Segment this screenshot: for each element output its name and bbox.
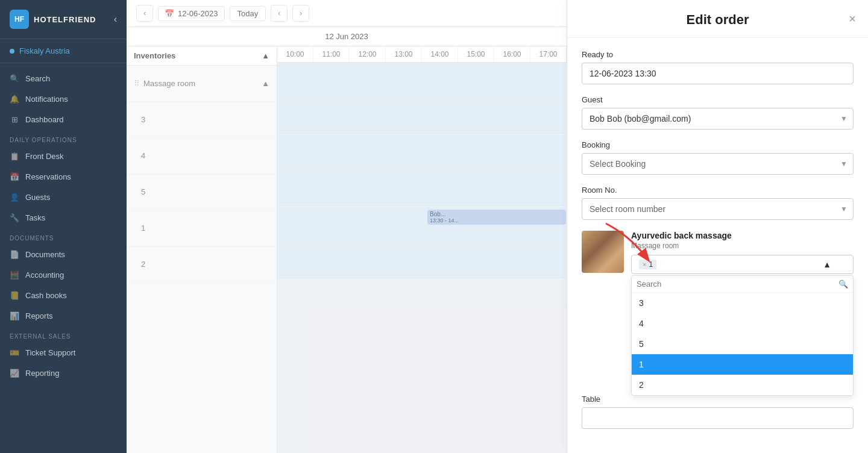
product-info: Ayurvedic back massage Massage room × 1 … <box>631 231 854 274</box>
cal-grid-row-2 <box>277 243 567 280</box>
sidebar-item-reports[interactable]: 📊Reports <box>0 305 127 326</box>
cal-event-bob[interactable]: Bob... 13:30 - 14... <box>427 210 566 225</box>
time-slot-13:00: 13:00 <box>386 46 422 62</box>
reservations-icon: 📅 <box>10 172 19 181</box>
inventories-expand-icon[interactable]: ▲ <box>262 51 269 60</box>
guest-select[interactable]: Bob Bob (bob@gmail.com) <box>582 108 854 130</box>
qty-select-wrapper: × 1 ▲ 🔍 34512 <box>631 255 854 274</box>
sidebar-item-notifications[interactable]: 🔔Notifications <box>0 89 127 109</box>
guest-select-wrapper: Bob Bob (bob@gmail.com) ▼ <box>582 108 854 130</box>
table-group: Table <box>582 395 854 429</box>
cal-grid-row-5 <box>277 171 567 207</box>
qty-dropdown: 🔍 34512 <box>631 275 854 396</box>
room-no-group: Room No. Select room number ▼ <box>582 186 854 220</box>
cal-prev-btn[interactable]: ‹ <box>136 5 153 22</box>
reporting-icon: 📈 <box>10 368 19 378</box>
sidebar: HF HOTELFRIEND ‹ Fiskaly Austria 🔍Search… <box>0 0 127 453</box>
table-input[interactable] <box>582 407 854 429</box>
cal-cell <box>277 171 567 207</box>
booking-label: Booking <box>582 140 854 149</box>
sidebar-item-tasks[interactable]: 🔧Tasks <box>0 207 127 228</box>
event-name: Bob... <box>430 211 564 217</box>
cal-next-btn[interactable]: › <box>292 5 309 22</box>
sidebar-item-cash-books[interactable]: 📒Cash books <box>0 285 127 305</box>
dropdown-option-2[interactable]: 2 <box>632 375 853 395</box>
cal-next-prev-btn[interactable]: ‹ <box>271 5 288 22</box>
ready-to-label: Ready to <box>582 50 854 59</box>
qty-display[interactable]: × 1 ▲ <box>631 255 854 274</box>
booking-select-wrapper: Select Booking ▼ <box>582 153 854 175</box>
dropdown-option-4[interactable]: 4 <box>632 313 853 334</box>
cal-inventories-header: Inventories ▲ <box>127 46 277 66</box>
time-slot-10:00: 10:00 <box>277 46 313 62</box>
cal-grid-row-4 <box>277 135 567 171</box>
time-slot-15:00: 15:00 <box>458 46 494 62</box>
property-selector[interactable]: Fiskaly Austria <box>0 39 127 63</box>
sidebar-item-label-tasks: Tasks <box>25 213 45 222</box>
nav-section-section_ext: EXTERNAL SALES <box>0 326 127 342</box>
cal-grid-row-massage <box>277 63 567 99</box>
sidebar-item-dashboard[interactable]: ⊞Dashboard <box>0 109 127 130</box>
ticket-support-icon: 🎫 <box>10 348 19 357</box>
dropdown-option-1[interactable]: 1 <box>632 354 853 375</box>
search-icon: 🔍 <box>10 73 19 83</box>
booking-select[interactable]: Select Booking <box>582 153 854 175</box>
sidebar-item-label-front-desk: Front Desk <box>25 152 64 161</box>
sidebar-nav: 🔍Search🔔Notifications⊞DashboardDAILY OPE… <box>0 63 127 453</box>
sidebar-item-search[interactable]: 🔍Search <box>0 68 127 89</box>
time-slot-16:00: 16:00 <box>494 46 530 62</box>
tasks-icon: 🔧 <box>10 213 19 222</box>
dropdown-option-5[interactable]: 5 <box>632 334 853 354</box>
sidebar-item-guests[interactable]: 👤Guests <box>0 187 127 207</box>
sidebar-item-label-reporting: Reporting <box>25 369 59 378</box>
cal-row-5: 5 <box>127 174 277 210</box>
close-button[interactable]: × <box>849 12 856 26</box>
dropdown-option-3[interactable]: 3 <box>632 293 853 313</box>
qty-chevron-icon: ▲ <box>823 260 831 269</box>
ready-to-input[interactable] <box>582 63 854 84</box>
room-no-select[interactable]: Select room number <box>582 198 854 220</box>
massage-room-expand-icon[interactable]: ▲ <box>262 79 269 88</box>
product-location: Massage room <box>631 242 854 250</box>
sidebar-item-label-dashboard: Dashboard <box>25 115 64 124</box>
sidebar-item-ticket-support[interactable]: 🎫Ticket Support <box>0 342 127 363</box>
sidebar-item-label-search: Search <box>25 74 50 83</box>
calendar-header-date: 12 Jun 2023 <box>127 27 567 46</box>
sidebar-item-label-reservations: Reservations <box>25 172 71 181</box>
sidebar-logo: HF HOTELFRIEND ‹ <box>0 0 127 39</box>
qty-remove-icon[interactable]: × <box>643 261 646 268</box>
property-dot <box>10 49 14 54</box>
front-desk-icon: 📋 <box>10 151 19 161</box>
cal-grid-row-3 <box>277 99 567 135</box>
logo-text: HOTELFRIEND <box>34 15 96 24</box>
time-slot-11:00: 11:00 <box>313 46 350 62</box>
cal-cell <box>277 243 567 279</box>
guest-group: Guest Bob Bob (bob@gmail.com) ▼ <box>582 95 854 130</box>
dashboard-icon: ⊞ <box>10 114 19 124</box>
sidebar-item-accounting[interactable]: 🧮Accounting <box>0 264 127 285</box>
edit-order-title: Edit order <box>687 12 749 28</box>
sidebar-item-documents[interactable]: 📄Documents <box>0 244 127 264</box>
dropdown-search-input[interactable] <box>637 280 838 289</box>
property-name: Fiskaly Austria <box>19 46 70 55</box>
sidebar-item-reservations[interactable]: 📅Reservations <box>0 166 127 187</box>
sidebar-item-front-desk[interactable]: 📋Front Desk <box>0 146 127 166</box>
sidebar-item-label-documents: Documents <box>25 250 65 259</box>
nav-section-section_docs: DOCUMENTS <box>0 228 127 244</box>
time-slot-17:00: 17:00 <box>530 46 567 62</box>
guests-icon: 👤 <box>10 192 19 202</box>
table-label: Table <box>582 395 854 404</box>
cal-date-display: 12-06-2023 <box>178 9 218 18</box>
cal-today-btn[interactable]: Today <box>230 6 266 21</box>
time-slot-12:00: 12:00 <box>350 46 386 62</box>
dropdown-search-icon: 🔍 <box>838 280 848 289</box>
notifications-icon: 🔔 <box>10 94 19 104</box>
sidebar-item-label-accounting: Accounting <box>25 270 64 280</box>
cal-grid-body: Bob... 13:30 - 14... <box>277 63 567 280</box>
sidebar-item-reporting[interactable]: 📈Reporting <box>0 363 127 383</box>
cal-row-3: 3 <box>127 102 277 138</box>
sidebar-close-icon[interactable]: ‹ <box>114 14 117 25</box>
sidebar-item-label-ticket-support: Ticket Support <box>25 348 75 357</box>
dropdown-search-area: 🔍 <box>632 276 853 293</box>
logo-icon: HF <box>10 10 29 29</box>
